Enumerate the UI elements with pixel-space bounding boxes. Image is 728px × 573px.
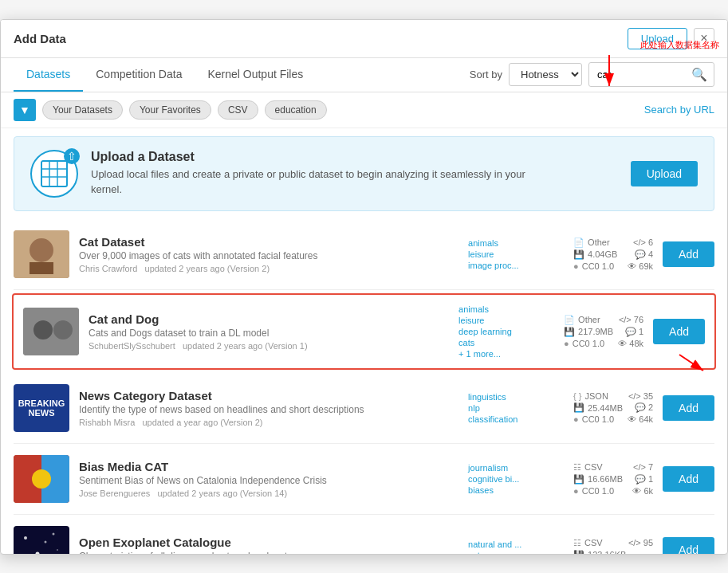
cat-dataset-tags: animals leisure image proc...	[468, 238, 564, 270]
upload-section: ⇧ Upload a Dataset Upload local files an…	[14, 136, 714, 211]
add-news-dataset-button[interactable]: Add	[663, 395, 714, 421]
news-dataset-tags: linguistics nlp classification	[468, 392, 564, 424]
catdog-tag-more[interactable]: + 1 more...	[458, 349, 554, 359]
dataset-item-news: BREAKINGNEWS News Category Dataset Ident…	[14, 373, 714, 444]
svg-point-25	[45, 540, 47, 543]
catdog-thumbnail	[23, 308, 79, 355]
news-dataset-desc: Identify the type of news based on headl…	[79, 404, 458, 415]
cat-tag-imageproc[interactable]: image proc...	[468, 261, 564, 270]
tab-competition[interactable]: Competition Data	[83, 58, 195, 92]
exo-tag-natural[interactable]: natural and ...	[468, 540, 564, 549]
cat-dataset-stats: 📄Other</> 6 💾4.04GB💬 4 ●CC0 1.0👁 69k	[573, 237, 653, 271]
dataset-item-exo: Open Exoplanet Catalogue Characteristics…	[14, 515, 714, 554]
news-dataset-info: News Category Dataset Identify the type …	[79, 389, 458, 427]
catdog-dataset-meta: SchubertSlySschubert updated 2 years ago…	[89, 341, 449, 351]
search-box: 🔍	[588, 62, 714, 87]
catdog-add-wrapper: Add 按add添加	[653, 319, 705, 344]
dataset-item-bias: Bias Media CAT Sentiment Bias of News on…	[14, 444, 714, 515]
news-tag-nlp[interactable]: nlp	[468, 403, 564, 413]
tabs-right: Sort by Hotness Votes Updated 🔍	[470, 62, 714, 87]
modal-title: Add Data	[14, 32, 66, 45]
cat-dataset-title: Cat Dataset	[79, 235, 458, 249]
exo-dataset-info: Open Exoplanet Catalogue Characteristics…	[79, 536, 458, 554]
cat-dataset-meta: Chris Crawford updated 2 years ago (Vers…	[79, 264, 458, 273]
tabs: Datasets Competition Data Kernel Output …	[14, 58, 316, 92]
bias-dataset-stats: ☷CSV</> 7 💾16.66MB💬 1 ●CC0 1.0👁 6k	[573, 462, 653, 496]
catdog-tag-animals[interactable]: animals	[458, 304, 554, 314]
tab-kernel[interactable]: Kernel Output Files	[195, 58, 316, 92]
svg-rect-2	[41, 161, 67, 186]
exo-thumbnail	[14, 526, 69, 554]
catdog-dataset-title: Cat and Dog	[89, 312, 449, 326]
svg-point-8	[30, 238, 53, 262]
search-by-url-link[interactable]: Search by URL	[644, 104, 714, 116]
catdog-dataset-stats: 📄Other</> 76 💾217.9MB💬 1 ●CC0 1.0👁 48k	[564, 315, 643, 348]
bias-tag-biases[interactable]: biases	[468, 485, 564, 495]
catdog-dataset-desc: Cats and Dogs dataset to train a DL mode…	[89, 328, 449, 339]
bias-tag-cognitive[interactable]: cognitive bi...	[468, 474, 564, 484]
search-button[interactable]: 🔍	[685, 63, 714, 86]
filters-left: ▼ Your Datasets Your Favorites CSV educa…	[14, 99, 327, 121]
filter-chip-education[interactable]: education	[265, 100, 327, 120]
cat-thumbnail	[14, 230, 69, 278]
filters-bar: ▼ Your Datasets Your Favorites CSV educa…	[1, 92, 727, 128]
bias-dataset-desc: Sentiment Bias of News on Catalonia Inde…	[79, 475, 458, 486]
exo-dataset-tags: natural and ... astronomy	[468, 540, 564, 554]
bias-dataset-meta: Jose Berengueres updated 2 years ago (Ve…	[79, 489, 458, 498]
news-dataset-stats: { }JSON</> 35 💾25.44MB💬 2 ●CC0 1.0👁 64k	[573, 391, 653, 424]
modal-header-actions: Upload ×	[628, 28, 714, 49]
catdog-tag-dl[interactable]: deep learning	[458, 327, 554, 336]
svg-rect-19	[14, 526, 69, 554]
filter-chip-csv[interactable]: CSV	[218, 100, 258, 120]
tabs-bar: Datasets Competition Data Kernel Output …	[1, 58, 727, 92]
dataset-grid-icon	[40, 159, 69, 188]
tab-datasets[interactable]: Datasets	[14, 58, 83, 92]
svg-point-20	[24, 536, 27, 540]
news-tag-classification[interactable]: classification	[468, 414, 564, 424]
exo-tag-astronomy[interactable]: astronomy	[468, 551, 564, 554]
news-dataset-title: News Category Dataset	[79, 389, 458, 402]
modal-header: Add Data Upload ×	[1, 20, 727, 58]
cat-dataset-desc: Over 9,000 images of cats with annotated…	[79, 250, 458, 261]
filter-chip-your-favorites[interactable]: Your Favorites	[129, 100, 211, 120]
svg-point-12	[53, 320, 73, 339]
upload-dataset-button[interactable]: Upload	[631, 161, 698, 186]
upload-description: Upload local files and create a private …	[91, 167, 537, 196]
svg-line-14	[679, 355, 703, 371]
svg-point-21	[53, 532, 55, 535]
dataset-list: Cat Dataset Over 9,000 images of cats wi…	[1, 219, 727, 554]
filter-chip-your-datasets[interactable]: Your Datasets	[42, 100, 123, 120]
catdog-dataset-tags: animals leisure deep learning cats + 1 m…	[458, 304, 554, 359]
add-catdog-dataset-button[interactable]: Add	[653, 319, 705, 344]
close-button[interactable]: ×	[694, 28, 714, 49]
exo-dataset-desc: Characteristics of all discovered extras…	[79, 551, 458, 554]
catdog-tag-cats[interactable]: cats	[458, 338, 554, 347]
cat-tag-animals[interactable]: animals	[468, 238, 564, 248]
upload-left: ⇧ Upload a Dataset Upload local files an…	[30, 150, 537, 198]
bias-thumbnail	[14, 455, 69, 503]
upload-header-button[interactable]: Upload	[628, 28, 687, 49]
search-input[interactable]	[589, 65, 685, 84]
filter-toggle-button[interactable]: ▼	[14, 99, 36, 121]
add-exo-dataset-button[interactable]: Add	[663, 537, 714, 554]
sort-select[interactable]: Hotness Votes Updated	[509, 63, 582, 86]
sort-label: Sort by	[470, 69, 502, 80]
catdog-dataset-info: Cat and Dog Cats and Dogs dataset to tra…	[89, 312, 449, 351]
dataset-item-cat: Cat Dataset Over 9,000 images of cats wi…	[14, 219, 714, 290]
bias-dataset-title: Bias Media CAT	[79, 460, 458, 473]
upload-title: Upload a Dataset	[91, 150, 537, 164]
add-cat-dataset-button[interactable]: Add	[663, 241, 714, 267]
dataset-item-catdog: Cat and Dog Cats and Dogs dataset to tra…	[12, 293, 716, 370]
add-bias-dataset-button[interactable]: Add	[663, 466, 714, 492]
upload-badge: ⇧	[64, 148, 80, 164]
news-tag-linguistics[interactable]: linguistics	[468, 392, 564, 402]
exo-dataset-title: Open Exoplanet Catalogue	[79, 536, 458, 549]
add-data-modal: Add Data Upload × Datasets Competition D…	[0, 19, 728, 555]
cat-tag-leisure[interactable]: leisure	[468, 249, 564, 259]
bias-tag-journalism[interactable]: journalism	[468, 463, 564, 473]
catdog-tag-leisure[interactable]: leisure	[458, 316, 554, 325]
cat-dataset-info: Cat Dataset Over 9,000 images of cats wi…	[79, 235, 458, 273]
news-thumbnail: BREAKINGNEWS	[14, 384, 69, 432]
svg-point-11	[33, 320, 53, 339]
news-dataset-meta: Rishabh Misra updated a year ago (Versio…	[79, 418, 458, 427]
